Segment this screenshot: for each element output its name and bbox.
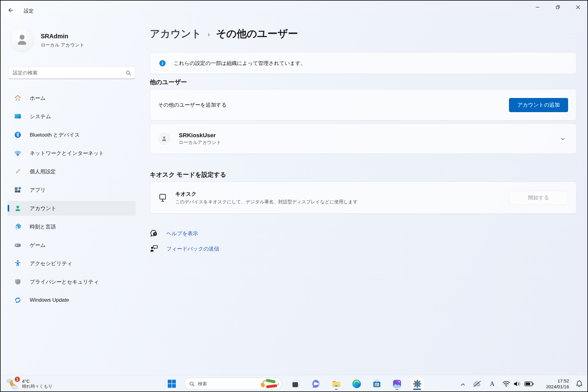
page-title: その他のユーザー bbox=[216, 27, 298, 41]
sidebar-item-windows-update[interactable]: Windows Update bbox=[7, 293, 136, 307]
sidebar-item-label: Windows Update bbox=[30, 297, 69, 303]
get-help-label: ヘルプを表示 bbox=[166, 230, 198, 237]
sidebar-item-accessibility[interactable]: アクセシビリティ bbox=[7, 256, 136, 271]
sidebar-item-label: ゲーム bbox=[30, 242, 46, 249]
breadcrumb-parent[interactable]: アカウント bbox=[150, 27, 202, 41]
sidebar-item-label: アクセシビリティ bbox=[30, 260, 72, 267]
taskbar-chat-icon[interactable] bbox=[309, 377, 323, 390]
profile-avatar[interactable] bbox=[10, 28, 34, 51]
kiosk-title: キオスク bbox=[175, 190, 358, 198]
notifications-bell-icon[interactable] bbox=[575, 375, 584, 392]
restore-button[interactable] bbox=[548, 0, 568, 14]
taskbar-edge-icon[interactable] bbox=[350, 377, 363, 390]
taskbar: 1 4°C 晴れ時々くもり 検索 bbox=[0, 375, 588, 392]
taskbar-task-view-icon[interactable] bbox=[289, 377, 303, 390]
network-icon bbox=[14, 149, 22, 157]
weather-condition: 晴れ時々くもり bbox=[22, 384, 52, 389]
profile-name: SRAdmin bbox=[41, 33, 68, 40]
managed-banner-text: これらの設定の一部は組織によって管理されています。 bbox=[174, 60, 306, 67]
system-icon bbox=[14, 112, 22, 120]
person-icon bbox=[15, 32, 29, 47]
settings-search-input[interactable] bbox=[13, 70, 125, 76]
sidebar-item-label: プライバシーとセキュリティ bbox=[30, 278, 99, 285]
sidebar-item-personalization[interactable]: 個人用設定 bbox=[7, 164, 136, 179]
user-row-srkioskuser[interactable]: SRKioskUser ローカルアカウント bbox=[150, 123, 576, 154]
sidebar-item-label: アカウント bbox=[30, 205, 56, 212]
wifi-icon[interactable] bbox=[502, 375, 511, 392]
breadcrumb-separator: › bbox=[208, 29, 210, 39]
sidebar-item-apps[interactable]: アプリ bbox=[7, 183, 136, 197]
add-user-label: その他のユーザーを追加する bbox=[158, 101, 227, 108]
svg-text:?: ? bbox=[154, 232, 156, 236]
minimize-icon bbox=[536, 5, 540, 9]
sidebar-item-home[interactable]: ホーム bbox=[7, 91, 136, 105]
get-help-link[interactable]: ? ヘルプを表示 bbox=[150, 228, 198, 238]
sidebar-item-accounts[interactable]: アカウント bbox=[7, 201, 136, 216]
sidebar-item-time-language[interactable]: 時刻と言語 bbox=[7, 219, 136, 234]
sidebar-item-system[interactable]: システム bbox=[7, 109, 136, 124]
onedrive-offline-icon[interactable] bbox=[472, 375, 483, 392]
help-bubble-icon: ? bbox=[150, 229, 158, 238]
kiosk-monitor-icon bbox=[158, 193, 167, 202]
running-app-indicator bbox=[335, 389, 338, 390]
sidebar-item-label: 時刻と言語 bbox=[30, 223, 56, 230]
kiosk-heading: キオスク モードを設定する bbox=[150, 171, 226, 179]
volume-icon[interactable] bbox=[513, 375, 522, 392]
tray-chevron-up-icon[interactable] bbox=[458, 375, 467, 392]
breadcrumb: アカウント › その他のユーザー bbox=[150, 27, 298, 41]
feedback-person-icon bbox=[150, 244, 158, 253]
managed-banner: これらの設定の一部は組織によって管理されています。 bbox=[150, 52, 576, 74]
update-icon bbox=[14, 296, 22, 304]
tray-clock[interactable]: 17:52 2024/01/16 bbox=[546, 375, 569, 392]
accessibility-icon bbox=[14, 259, 22, 267]
taskbar-photos-icon[interactable] bbox=[390, 377, 404, 390]
add-account-button[interactable]: アカウントの追加 bbox=[509, 98, 568, 112]
back-button[interactable] bbox=[4, 4, 17, 16]
window-title: 設定 bbox=[24, 8, 34, 14]
bluetooth-icon bbox=[14, 131, 22, 139]
games-icon bbox=[14, 241, 22, 249]
sidebar-item-network-internet[interactable]: ネットワークとインターネット bbox=[7, 146, 136, 160]
brush-icon bbox=[14, 168, 22, 175]
windows-logo-icon bbox=[167, 379, 177, 389]
sidebar-item-label: ネットワークとインターネット bbox=[30, 150, 104, 157]
add-user-row: その他のユーザーを追加する アカウントの追加 bbox=[150, 89, 576, 121]
send-feedback-link[interactable]: フィードバックの送信 bbox=[150, 244, 219, 254]
sidebar-item-label: アプリ bbox=[30, 187, 46, 194]
shield-icon bbox=[14, 278, 22, 286]
expand-user-button[interactable] bbox=[557, 133, 568, 144]
weather-widget[interactable]: 1 4°C 晴れ時々くもり bbox=[6, 375, 52, 392]
weather-temp: 4°C bbox=[22, 379, 52, 384]
user-name: SRKioskUser bbox=[179, 132, 221, 139]
restore-icon bbox=[556, 5, 560, 9]
sidebar-item-label: 個人用設定 bbox=[30, 168, 56, 175]
sidebar-item-gaming[interactable]: ゲーム bbox=[7, 238, 136, 252]
taskbar-store-icon[interactable] bbox=[370, 377, 383, 390]
close-button[interactable] bbox=[568, 0, 588, 14]
taskbar-settings-icon[interactable] bbox=[410, 377, 424, 390]
sidebar-item-bluetooth-devices[interactable]: Bluetooth とデバイス bbox=[7, 127, 136, 142]
sidebar-nav: ホームシステムBluetooth とデバイスネットワークとインターネット個人用設… bbox=[7, 91, 136, 311]
active-app-indicator bbox=[413, 389, 421, 390]
settings-search-box[interactable] bbox=[8, 66, 135, 79]
start-button[interactable] bbox=[166, 377, 178, 390]
sidebar-item-privacy-security[interactable]: プライバシーとセキュリティ bbox=[7, 274, 136, 289]
other-users-heading: 他のユーザー bbox=[150, 78, 187, 86]
tray-time: 17:52 bbox=[546, 378, 569, 384]
taskbar-file-explorer-icon[interactable] bbox=[330, 377, 343, 390]
sidebar-item-label: Bluetooth とデバイス bbox=[30, 131, 80, 138]
taskbar-search-box[interactable]: 検索 bbox=[184, 378, 282, 390]
battery-icon[interactable] bbox=[524, 375, 534, 392]
tray-date: 2024/01/16 bbox=[546, 384, 569, 390]
notification-badge: 1 bbox=[14, 376, 21, 383]
search-highlight-peppers-icon[interactable] bbox=[259, 378, 280, 389]
ime-mode-indicator[interactable]: A bbox=[488, 375, 497, 392]
home-icon bbox=[14, 94, 22, 102]
send-feedback-label: フィードバックの送信 bbox=[166, 245, 219, 252]
minimize-button[interactable] bbox=[527, 0, 548, 14]
chevron-down-icon bbox=[560, 136, 566, 142]
info-icon bbox=[159, 59, 166, 67]
sidebar-item-label: システム bbox=[30, 113, 51, 120]
kiosk-start-button[interactable]: 開始する bbox=[509, 191, 568, 205]
taskbar-apps bbox=[289, 377, 424, 390]
